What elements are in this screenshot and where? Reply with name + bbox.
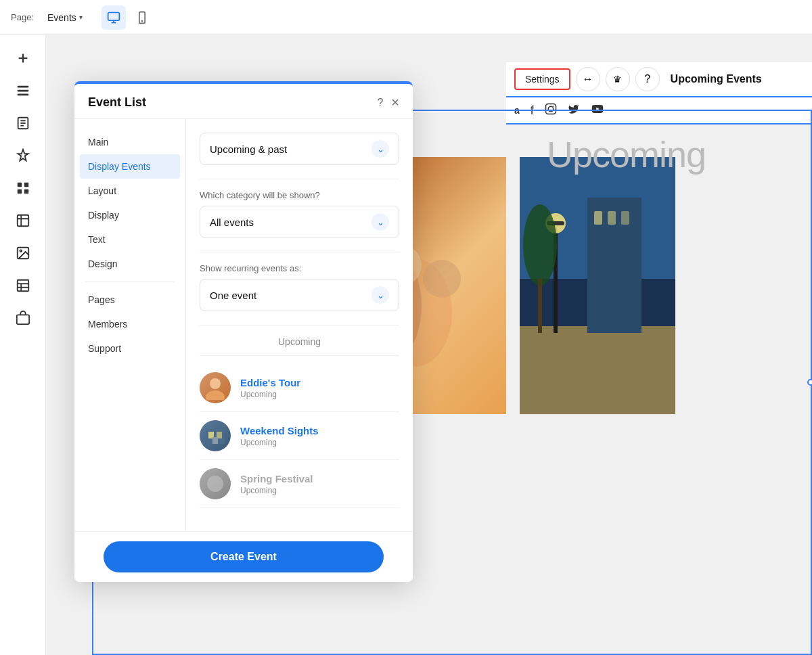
amazon-icon[interactable]: a xyxy=(514,105,520,116)
svg-rect-7 xyxy=(17,86,28,88)
panel-nav: Main Display Events Layout Display Text … xyxy=(74,119,186,577)
svg-rect-39 xyxy=(520,326,675,414)
event-avatar-eddies-tour xyxy=(200,372,231,403)
database-icon[interactable] xyxy=(8,271,38,300)
desktop-view-button[interactable] xyxy=(102,5,126,30)
resize-handle[interactable] xyxy=(807,379,812,386)
display-events-section: Upcoming & past ⌄ xyxy=(200,133,399,165)
nav-item-display-events[interactable]: Display Events xyxy=(80,154,180,179)
display-chevron-icon: ⌄ xyxy=(371,140,389,158)
nav-item-support[interactable]: Support xyxy=(74,336,185,361)
nav-item-layout[interactable]: Layout xyxy=(74,179,185,203)
svg-rect-9 xyxy=(17,94,28,96)
chevron-down-icon: ▾ xyxy=(79,14,83,21)
event-info-weekend-sights: Weekend Sights Upcoming xyxy=(240,425,399,447)
apps-icon[interactable] xyxy=(8,173,38,203)
svg-point-55 xyxy=(207,476,223,492)
panel-help-icon[interactable]: ? xyxy=(377,97,383,109)
instagram-icon[interactable] xyxy=(545,103,557,118)
svg-rect-0 xyxy=(108,12,119,20)
event-list-panel: Event List ? × Main Display Events Layou… xyxy=(74,81,413,582)
plugins-icon[interactable] xyxy=(8,206,38,235)
panel-body: Main Display Events Layout Display Text … xyxy=(74,119,413,577)
upcoming-section-label: Upcoming xyxy=(200,336,399,356)
event-info-eddies-tour: Eddie's Tour Upcoming xyxy=(240,377,399,399)
event-item-weekend-sights[interactable]: Weekend Sights Upcoming xyxy=(200,412,399,460)
premium-icon-button[interactable]: ♛ xyxy=(606,67,630,91)
help-icon-button[interactable]: ? xyxy=(635,67,660,91)
question-mark-icon: ? xyxy=(644,73,650,85)
page-label: Page: xyxy=(11,12,34,22)
design-icon[interactable] xyxy=(8,141,38,171)
recurring-dropdown[interactable]: One event ⌄ xyxy=(200,279,399,311)
svg-rect-46 xyxy=(621,211,629,225)
nav-item-members[interactable]: Members xyxy=(74,312,185,336)
event-name-eddies-tour: Eddie's Tour xyxy=(240,377,399,388)
settings-button[interactable]: Settings xyxy=(514,68,570,90)
display-events-value: Upcoming & past xyxy=(210,143,287,155)
element-toolbar: Settings ↔ ♛ ? Upcoming Events xyxy=(506,62,812,97)
social-links-bar: a f xyxy=(506,97,812,125)
top-bar: Page: Events ▾ xyxy=(0,0,812,35)
svg-rect-48 xyxy=(538,279,542,333)
recurring-value: One event xyxy=(210,290,256,301)
category-section: Which category will be shown? All events… xyxy=(200,190,399,238)
svg-rect-14 xyxy=(17,183,21,187)
pages-icon[interactable] xyxy=(8,108,38,138)
london-photo xyxy=(520,157,675,414)
resize-icon-button[interactable]: ↔ xyxy=(576,67,600,91)
nav-item-text[interactable]: Text xyxy=(74,227,185,252)
nav-item-design[interactable]: Design xyxy=(74,252,185,276)
page-selector[interactable]: Events ▾ xyxy=(42,9,88,26)
twitter-icon[interactable] xyxy=(568,103,580,118)
canvas-page-heading: Upcoming xyxy=(547,133,706,175)
section-divider-3 xyxy=(200,325,399,325)
arrows-icon: ↔ xyxy=(583,73,593,85)
panel-close-icon[interactable]: × xyxy=(391,95,399,110)
svg-rect-54 xyxy=(212,437,218,444)
svg-rect-16 xyxy=(17,189,21,194)
element-title: Upcoming Events xyxy=(671,73,762,85)
sections-icon[interactable] xyxy=(8,76,38,106)
category-chevron-icon: ⌄ xyxy=(371,213,389,231)
svg-rect-45 xyxy=(608,211,616,225)
svg-rect-15 xyxy=(24,183,28,187)
svg-point-49 xyxy=(210,378,221,389)
left-sidebar xyxy=(0,35,46,655)
svg-rect-25 xyxy=(545,104,556,114)
store-icon[interactable] xyxy=(8,303,38,333)
event-name-spring-festival: Spring Festival xyxy=(240,473,399,484)
event-status-spring-festival: Upcoming xyxy=(240,486,399,495)
svg-point-27 xyxy=(553,106,554,107)
recurring-chevron-icon: ⌄ xyxy=(371,286,389,304)
event-item-eddies-tour[interactable]: Eddie's Tour Upcoming xyxy=(200,364,399,412)
display-events-dropdown[interactable]: Upcoming & past ⌄ xyxy=(200,133,399,165)
facebook-icon[interactable]: f xyxy=(531,104,534,118)
page-name: Events xyxy=(47,12,76,23)
youtube-icon[interactable] xyxy=(591,103,604,118)
mobile-view-button[interactable] xyxy=(130,5,154,30)
media-icon[interactable] xyxy=(8,238,38,268)
section-divider-2 xyxy=(200,252,399,252)
create-event-button[interactable]: Create Event xyxy=(104,541,384,572)
panel-title: Event List xyxy=(88,95,146,110)
nav-item-main[interactable]: Main xyxy=(74,130,185,154)
panel-content: Upcoming & past ⌄ Which category will be… xyxy=(186,119,413,577)
event-info-spring-festival: Spring Festival Upcoming xyxy=(240,473,399,495)
recurring-section: Show recurring events as: One event ⌄ xyxy=(200,263,399,311)
category-dropdown[interactable]: All events ⌄ xyxy=(200,206,399,238)
crown-icon: ♛ xyxy=(613,74,622,85)
event-item-spring-festival[interactable]: Spring Festival Upcoming xyxy=(200,460,399,508)
create-event-footer: Create Event xyxy=(74,531,413,582)
svg-rect-17 xyxy=(24,189,28,194)
category-value: All events xyxy=(210,217,254,228)
event-avatar-spring-festival xyxy=(200,468,231,499)
svg-rect-8 xyxy=(17,90,28,92)
nav-item-display[interactable]: Display xyxy=(74,203,185,227)
panel-header-icons: ? × xyxy=(377,95,399,110)
section-divider-1 xyxy=(200,179,399,179)
add-element-icon[interactable] xyxy=(8,43,38,73)
svg-rect-20 xyxy=(17,280,28,292)
nav-item-pages[interactable]: Pages xyxy=(74,288,185,312)
category-label: Which category will be shown? xyxy=(200,190,399,200)
